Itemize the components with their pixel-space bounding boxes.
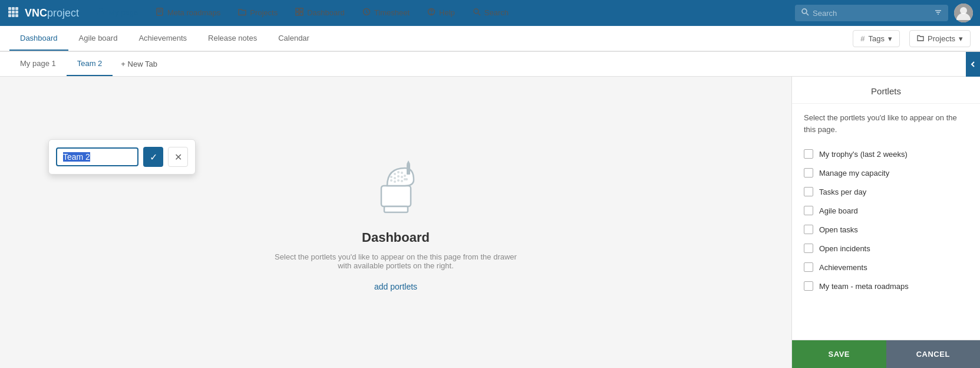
portlet-label: Achievements	[819, 263, 867, 272]
svg-rect-7	[12, 14, 15, 17]
portlet-item[interactable]: Achievements	[804, 258, 968, 277]
portlet-item[interactable]: Agile board	[804, 201, 968, 220]
nav-projects[interactable]: Projects	[230, 0, 286, 26]
search-input[interactable]	[813, 9, 930, 18]
portlet-checkbox[interactable]	[804, 187, 813, 196]
portlets-panel: Portlets Select the portlets you'd like …	[791, 77, 980, 368]
projects-dropdown[interactable]: Projects ▾	[909, 30, 971, 47]
tab-agile-board[interactable]: Agile board	[68, 26, 128, 51]
add-portlets-link[interactable]: add portlets	[374, 282, 417, 291]
filter-icon[interactable]	[934, 8, 942, 18]
portlets-list: My trophy's (last 2 weeks) Manage my cap…	[792, 140, 980, 340]
new-tab-button[interactable]: + New Tab	[113, 51, 166, 76]
rename-cancel-button[interactable]: ✕	[168, 147, 188, 167]
person-icon	[97, 8, 105, 18]
portlet-checkbox[interactable]	[804, 168, 813, 178]
portlet-label: Open incidents	[819, 244, 870, 253]
hash-icon: #	[860, 34, 864, 43]
tags-dropdown[interactable]: # Tags ▾	[853, 30, 900, 47]
svg-point-39	[401, 176, 403, 178]
tab-achievements[interactable]: Achievements	[128, 26, 197, 51]
folder-icon	[238, 8, 246, 18]
portlets-footer: SAVE CANCEL	[792, 340, 980, 368]
svg-point-37	[394, 177, 396, 179]
portlet-item[interactable]: Tasks per day	[804, 182, 968, 201]
tab-team-2[interactable]: Team 2	[67, 51, 113, 76]
svg-point-43	[401, 180, 403, 182]
svg-rect-15	[296, 12, 299, 15]
svg-point-19	[431, 14, 432, 14]
svg-line-21	[478, 13, 480, 15]
page-tab-bar: My page 1 Team 2 + New Tab ✓ ✕	[0, 52, 980, 77]
nav-meta-roadmaps[interactable]: Meta roadmaps	[147, 0, 229, 26]
svg-rect-5	[15, 11, 18, 14]
tab-dashboard[interactable]: Dashboard	[9, 26, 68, 51]
nav-my-page[interactable]: My page	[88, 0, 146, 26]
svg-rect-8	[15, 14, 18, 17]
svg-point-42	[397, 179, 400, 182]
portlet-item[interactable]: Open incidents	[804, 239, 968, 258]
tab-release-notes[interactable]: Release notes	[197, 26, 268, 51]
svg-rect-14	[300, 8, 303, 11]
portlets-description: Select the portlets you'd like to appear…	[792, 104, 980, 140]
portlet-label: Open tasks	[819, 225, 858, 234]
svg-point-33	[401, 172, 403, 174]
portlet-checkbox[interactable]	[804, 206, 813, 215]
portlet-item[interactable]: Open tasks	[804, 220, 968, 239]
svg-rect-29	[381, 186, 411, 206]
portlet-item[interactable]: My team - meta roadmaps	[804, 277, 968, 295]
dashboard-illustration	[367, 153, 425, 218]
svg-point-38	[397, 175, 400, 178]
book-icon	[156, 8, 164, 18]
portlet-checkbox[interactable]	[804, 149, 813, 159]
cancel-button[interactable]: CANCEL	[886, 340, 981, 368]
portlets-header: Portlets	[792, 77, 980, 104]
rename-input[interactable]	[56, 147, 138, 166]
svg-rect-0	[8, 7, 11, 10]
portlet-label: Tasks per day	[819, 188, 866, 196]
save-button[interactable]: SAVE	[792, 340, 886, 368]
svg-point-30	[390, 176, 392, 178]
svg-point-36	[390, 179, 392, 182]
svg-point-41	[394, 180, 396, 183]
svg-point-9	[99, 8, 103, 12]
collapse-panel-button[interactable]	[966, 52, 980, 77]
nav-help[interactable]: Help	[419, 0, 463, 26]
top-bar: VNCproject My page Meta roadmaps Project…	[0, 0, 980, 26]
svg-rect-1	[12, 7, 15, 10]
grid-menu-icon[interactable]	[7, 6, 19, 21]
portlet-checkbox[interactable]	[804, 281, 813, 291]
portlet-label: My team - meta roadmaps	[819, 282, 909, 291]
nav-dashboard[interactable]: Dashboard	[287, 0, 353, 26]
clock-icon	[362, 8, 371, 18]
svg-rect-46	[384, 206, 408, 212]
rename-popup: ✓ ✕	[48, 139, 196, 175]
chevron-down-icon2: ▾	[959, 34, 963, 43]
svg-point-31	[394, 173, 396, 175]
portlet-label: Manage my capacity	[819, 169, 889, 178]
portlet-item[interactable]: My trophy's (last 2 weeks)	[804, 144, 968, 163]
svg-rect-13	[296, 8, 299, 11]
svg-rect-16	[300, 12, 303, 15]
svg-rect-2	[15, 7, 18, 10]
svg-point-34	[404, 175, 406, 177]
search-nav-icon	[473, 8, 481, 18]
tab-my-page-1[interactable]: My page 1	[9, 51, 67, 76]
svg-point-32	[397, 171, 400, 173]
nav-search[interactable]: Search	[464, 0, 517, 26]
search-bar[interactable]	[795, 5, 948, 21]
portlet-checkbox[interactable]	[804, 244, 813, 253]
folder-small-icon	[917, 34, 924, 43]
main-content: Dashboard Select the portlets you'd like…	[0, 77, 980, 368]
portlet-item[interactable]: Manage my capacity	[804, 163, 968, 182]
rename-confirm-button[interactable]: ✓	[143, 147, 163, 167]
tab-calendar[interactable]: Calendar	[268, 26, 320, 51]
avatar[interactable]	[954, 4, 973, 22]
dashboard-icon	[295, 8, 303, 18]
svg-rect-4	[12, 11, 15, 14]
svg-point-20	[474, 9, 479, 14]
sub-tab-bar: Dashboard Agile board Achievements Relea…	[0, 26, 980, 52]
portlet-checkbox[interactable]	[804, 225, 813, 234]
portlet-checkbox[interactable]	[804, 262, 813, 272]
nav-timesheet[interactable]: Timesheet	[354, 0, 418, 26]
